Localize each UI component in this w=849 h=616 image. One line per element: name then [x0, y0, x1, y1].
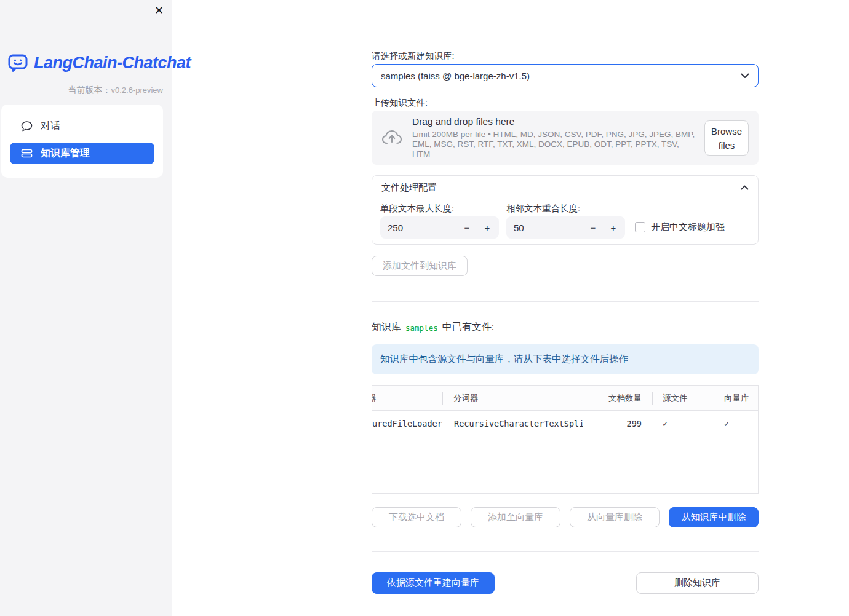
overlap-size-label: 相邻文本重合长度:: [506, 203, 580, 215]
table-row[interactable]: uredFileLoader RecursiveCharacterTextSpl…: [372, 411, 758, 436]
cell-splitter: RecursiveCharacterTextSplitter: [443, 411, 583, 436]
minus-icon[interactable]: −: [589, 223, 597, 233]
chunk-size-label: 单段文本最大长度:: [380, 203, 454, 215]
table-header-source: 源文件: [653, 386, 712, 410]
chunk-size-value: 250: [388, 223, 403, 233]
close-icon[interactable]: ✕: [154, 4, 164, 17]
table-header-vector: 向量库: [712, 386, 758, 410]
kb-select-value: samples (faiss @ bge-large-zh-v1.5): [381, 71, 530, 81]
file-config-expander: 文件处理配置 单段文本最大长度: 相邻文本重合长度: 250 − + 50 − …: [372, 175, 759, 245]
plus-icon[interactable]: +: [609, 223, 618, 233]
sidebar-item-dialogue[interactable]: 对话: [10, 116, 154, 137]
overlap-size-stepper: − +: [589, 223, 618, 233]
chunk-size-input[interactable]: 250 − +: [380, 216, 499, 239]
sidebar-item-kb-management[interactable]: 知识库管理: [10, 143, 154, 164]
table-header-doc-count: 文档数量: [583, 386, 653, 410]
rebuild-vector-store-button[interactable]: 依据源文件重建向量库: [372, 572, 495, 594]
dropzone-title: Drag and drop files here: [412, 116, 696, 127]
zh-title-checkbox-group[interactable]: 开启中文标题加强: [635, 221, 725, 233]
divider: [372, 301, 759, 302]
download-selected-button[interactable]: 下载选中文档: [372, 507, 461, 527]
delete-from-kb-button[interactable]: 从知识库中删除: [669, 507, 759, 527]
browse-files-button[interactable]: Browse files: [704, 120, 749, 156]
dropzone-text: Drag and drop files here Limit 200MB per…: [412, 116, 696, 159]
kb-files-heading: 知识库 samples 中已有文件:: [372, 321, 494, 334]
kb-select-dropdown[interactable]: samples (faiss @ bge-large-zh-v1.5): [372, 64, 759, 87]
version-value: v0.2.6-preview: [111, 85, 163, 95]
version-label: 当前版本：: [68, 85, 111, 95]
kb-files-table[interactable]: 器 分词器 文档数量 源文件 向量库 uredFileLoader Recurs…: [372, 385, 759, 494]
sidebar-item-label: 知识库管理: [41, 147, 90, 160]
main-content: 请选择或新建知识库: samples (faiss @ bge-large-zh…: [372, 0, 759, 616]
cell-source-check: ✓: [653, 411, 712, 436]
sidebar-item-label: 对话: [41, 120, 60, 133]
kb-action-buttons: 依据源文件重建向量库 删除知识库: [372, 572, 759, 594]
cell-loader: uredFileLoader: [372, 411, 443, 436]
logo-text: LangChain-Chatchat: [34, 53, 191, 73]
kb-name-code: samples: [405, 322, 438, 333]
file-action-buttons: 下载选中文档 添加至向量库 从向量库删除 从知识库中删除: [372, 507, 759, 527]
dropzone-limit: Limit 200MB per file • HTML, MD, JSON, C…: [412, 130, 696, 159]
table-header-row: 器 分词器 文档数量 源文件 向量库: [372, 386, 758, 411]
browse-files-label-1: Browse: [705, 124, 748, 138]
zh-title-checkbox[interactable]: [635, 222, 645, 232]
chat-bubble-icon: [20, 120, 33, 133]
overlap-size-value: 50: [514, 223, 524, 233]
file-config-expander-header[interactable]: 文件处理配置: [372, 176, 758, 199]
file-dropzone[interactable]: Drag and drop files here Limit 200MB per…: [372, 111, 759, 165]
table-header-splitter: 分词器: [443, 386, 583, 410]
info-banner: 知识库中包含源文件与向量库，请从下表中选择文件后操作: [372, 344, 759, 374]
cloud-upload-icon: [381, 128, 402, 147]
kb-stack-icon: [20, 148, 33, 160]
sidebar-menu: 对话 知识库管理: [1, 105, 163, 178]
logo: LangChain-Chatchat: [7, 52, 191, 73]
chevron-down-icon: [741, 73, 749, 79]
cell-vector-check: ✓: [712, 411, 758, 436]
overlap-size-input[interactable]: 50 − +: [506, 216, 625, 239]
cell-doc-count: 299: [583, 411, 653, 436]
chunk-size-stepper: − +: [463, 223, 492, 233]
kb-select-label: 请选择或新建知识库:: [372, 50, 455, 62]
zh-title-label: 开启中文标题加强: [651, 221, 725, 233]
delete-kb-button[interactable]: 删除知识库: [636, 572, 759, 594]
chatchat-logo-icon: [7, 52, 28, 73]
plus-icon[interactable]: +: [483, 223, 492, 233]
chevron-up-icon: [741, 185, 749, 190]
info-banner-text: 知识库中包含源文件与向量库，请从下表中选择文件后操作: [380, 353, 628, 366]
file-config-title: 文件处理配置: [381, 182, 437, 194]
kb-files-prefix: 知识库: [372, 321, 401, 334]
upload-label: 上传知识文件:: [372, 97, 428, 109]
sidebar: ✕ LangChain-Chatchat 当前版本：v0.2.6-preview…: [0, 0, 172, 616]
divider: [372, 551, 759, 552]
table-header-loader: 器: [372, 386, 443, 410]
add-files-button[interactable]: 添加文件到知识库: [372, 256, 468, 276]
version-text: 当前版本：v0.2.6-preview: [68, 85, 163, 96]
add-to-vector-button[interactable]: 添加至向量库: [471, 507, 560, 527]
minus-icon[interactable]: −: [463, 223, 471, 233]
remove-from-vector-button[interactable]: 从向量库删除: [570, 507, 660, 527]
kb-files-suffix: 中已有文件:: [442, 321, 494, 334]
browse-files-label-2: files: [705, 138, 748, 152]
